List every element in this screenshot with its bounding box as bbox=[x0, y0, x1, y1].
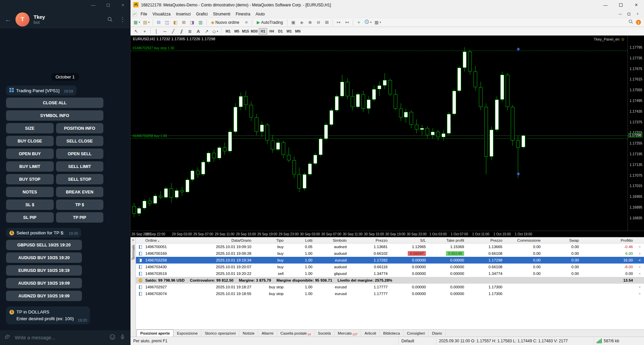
pending-order-row-1496702927[interactable]: 14967029272025.10.01 19:18:27buy stop1.0… bbox=[136, 284, 644, 290]
column-header-take-profit[interactable]: Take profit bbox=[428, 238, 466, 242]
expert-advisor-label[interactable]: Tkey_Panel_en ☺ bbox=[594, 37, 625, 42]
close-position-button[interactable]: × bbox=[639, 272, 641, 276]
horizontal-line-button[interactable]: ─ bbox=[161, 27, 169, 35]
timeframe-d1[interactable]: D1 bbox=[276, 28, 285, 35]
column-header-profitto[interactable]: Profitto bbox=[581, 238, 635, 242]
timeframe-m30[interactable]: M30 bbox=[250, 28, 258, 35]
indicators-button[interactable]: + bbox=[355, 19, 363, 26]
attach-paperclip-icon[interactable] bbox=[5, 334, 11, 341]
microphone-icon[interactable] bbox=[119, 334, 126, 341]
position-row-1496703258[interactable]: 14967032582025.10.01 19:19:34buy1.00euru… bbox=[136, 257, 644, 264]
timeframe-m15[interactable]: M15 bbox=[241, 28, 250, 35]
data-window-button[interactable]: ◫ bbox=[163, 19, 171, 26]
close-position-button[interactable]: × bbox=[639, 285, 641, 289]
emoji-icon[interactable] bbox=[109, 334, 115, 341]
keyboard-button-size[interactable]: SIZE bbox=[6, 123, 54, 133]
child-close-button[interactable]: × bbox=[633, 12, 642, 16]
tab-biblioteca[interactable]: Biblioteca bbox=[380, 330, 404, 337]
telegram-maximize-button[interactable] bbox=[101, 0, 115, 10]
position-button-audusd-buy-10-25-19-09[interactable]: AUDUSD BUY 10/25 19:09 bbox=[6, 278, 82, 288]
menu-finestra[interactable]: Finestra bbox=[233, 11, 253, 17]
tab-consiglieri[interactable]: Consiglieri bbox=[404, 330, 429, 337]
metaeditor-button[interactable]: ≡ bbox=[242, 19, 250, 26]
timeframe-w1[interactable]: W1 bbox=[285, 28, 293, 35]
column-header-commissione[interactable]: Commissione bbox=[504, 238, 543, 242]
close-position-button[interactable]: × bbox=[639, 292, 641, 296]
keyboard-button-open-sell[interactable]: OPEN SELL bbox=[56, 149, 104, 159]
close-position-button[interactable]: × bbox=[639, 265, 641, 269]
text-button[interactable]: A bbox=[194, 27, 202, 35]
timeframe-m5[interactable]: M5 bbox=[233, 28, 241, 35]
tab-storico-operazioni[interactable]: Storico operazioni bbox=[201, 330, 239, 337]
avatar[interactable]: T bbox=[15, 12, 30, 26]
position-button-eurusd-buy-10-25-19-19[interactable]: EURUSD BUY 10/25 19:19 bbox=[6, 265, 82, 276]
menu-strumenti[interactable]: Strumenti bbox=[210, 11, 233, 17]
menu-grafici[interactable]: Grafici bbox=[193, 11, 210, 17]
zoom-out-button[interactable]: ⊖ bbox=[314, 19, 323, 26]
periods-button[interactable]: ▾ bbox=[363, 19, 373, 26]
vertical-line-button[interactable]: │ bbox=[152, 27, 160, 35]
arrow-objects-button[interactable]: ↗ bbox=[203, 27, 211, 35]
tab-esposizione[interactable]: Esposizione bbox=[174, 330, 201, 337]
strategy-tester-button[interactable]: ◨ bbox=[188, 19, 196, 26]
column-header-tipo[interactable]: Tipo bbox=[253, 238, 286, 242]
column-header-data-orario[interactable]: Data/Orario bbox=[176, 238, 253, 242]
column-header-prezzo[interactable]: Prezzo bbox=[349, 238, 390, 242]
message-input[interactable] bbox=[15, 335, 105, 340]
autotrading-button[interactable]: ▶AutoTrading bbox=[254, 19, 286, 26]
menu-file[interactable]: File bbox=[138, 11, 150, 17]
keyboard-button-break-even[interactable]: BREAK EVEN bbox=[56, 187, 104, 197]
position-row-1496703430[interactable]: 14967034302025.10.01 19:20:07buy1.00audu… bbox=[136, 264, 644, 270]
position-row-1496703519[interactable]: 14967035192025.10.01 19:20:22sell1.00gbp… bbox=[136, 270, 644, 277]
toolbox-close-icon[interactable]: × bbox=[132, 237, 134, 242]
toolbox-button[interactable]: ⊞ bbox=[180, 19, 188, 26]
keyboard-button-sell-close[interactable]: SELL CLOSE bbox=[56, 136, 104, 146]
keyboard-button-tp-pip[interactable]: TP PIP bbox=[56, 212, 104, 223]
child-restore-button[interactable] bbox=[625, 12, 633, 16]
tab-societ[interactable]: Società bbox=[314, 330, 334, 337]
keyboard-button-sell-limit[interactable]: SELL LIMIT bbox=[56, 161, 104, 172]
chart-shift-button[interactable]: ↤ bbox=[343, 19, 351, 26]
chat-title-box[interactable]: Tkey bot bbox=[34, 14, 100, 25]
keyboard-button-close-all[interactable]: CLOSE ALL bbox=[6, 98, 103, 108]
column-header-lotti[interactable]: Lotti bbox=[286, 238, 314, 242]
tab-diario[interactable]: Diario bbox=[429, 330, 446, 337]
keyboard-button-sl[interactable]: SL $ bbox=[6, 199, 54, 210]
navigator-button[interactable]: ◧ bbox=[171, 19, 180, 26]
keyboard-button-open-buy[interactable]: OPEN BUY bbox=[6, 149, 54, 159]
keyboard-button-sl-pip[interactable]: SL PIP bbox=[6, 212, 54, 223]
chart-window-icon[interactable] bbox=[133, 12, 137, 16]
column-header-s-l[interactable]: S/L bbox=[390, 238, 428, 242]
cursor-button[interactable]: ↖ bbox=[132, 27, 140, 35]
tab-allarmi[interactable]: Allarmi bbox=[258, 330, 277, 337]
position-button-audnzd-buy-10-25-19-09[interactable]: AUDNZD BUY 10/25 19:09 bbox=[6, 291, 82, 301]
keyboard-button-buy-close[interactable]: BUY CLOSE bbox=[6, 136, 54, 146]
timeframe-h4[interactable]: H4 bbox=[267, 28, 276, 35]
auto-scroll-button[interactable]: ↦ bbox=[335, 19, 343, 26]
position-row-1496700169[interactable]: 14967001692025.10.01 19:09:28buy1.00audu… bbox=[136, 250, 644, 257]
keyboard-button-buy-limit[interactable]: BUY LIMIT bbox=[6, 161, 54, 172]
position-button-audusd-buy-10-25-19-20[interactable]: AUDUSD BUY 10/25 19:20 bbox=[6, 252, 82, 263]
close-position-button[interactable]: × bbox=[639, 251, 641, 255]
notification-badge[interactable]: 1 bbox=[636, 20, 641, 25]
tab-casella-postale[interactable]: Casella postale14 bbox=[277, 330, 315, 337]
position-row-1496700051[interactable]: 14967000512025.10.01 19:09:10buy0.05audn… bbox=[136, 243, 644, 250]
mt5-close-button[interactable]: × bbox=[629, 0, 644, 10]
keyboard-button-buy-stop[interactable]: BUY STOP bbox=[6, 174, 54, 184]
fibonacci-button[interactable]: ≣ bbox=[186, 27, 194, 35]
close-position-button[interactable]: × bbox=[639, 245, 641, 249]
timeframe-m1[interactable]: M1 bbox=[224, 28, 232, 35]
depth-of-market-button[interactable]: ▥ bbox=[197, 19, 205, 26]
search-icon[interactable] bbox=[628, 19, 633, 25]
menu-visualizza[interactable]: Visualizza bbox=[150, 11, 173, 17]
search-icon[interactable] bbox=[107, 16, 113, 22]
tab-mercato[interactable]: Mercato127 bbox=[335, 330, 361, 337]
child-minimize-button[interactable]: — bbox=[616, 12, 625, 16]
tab-posizioni-aperte[interactable]: Posizioni aperte bbox=[137, 330, 174, 337]
trendline-button[interactable]: ╱ bbox=[169, 27, 177, 35]
column-header-prezzo[interactable]: Prezzo bbox=[466, 238, 504, 242]
price-scale[interactable]: 1.177951.177351.176751.176151.175551.174… bbox=[628, 36, 644, 231]
new-window-button[interactable]: ▣ bbox=[289, 19, 297, 26]
keyboard-button-position-info[interactable]: POSITION INFO bbox=[56, 123, 104, 133]
keyboard-button-tp[interactable]: TP $ bbox=[56, 199, 104, 210]
